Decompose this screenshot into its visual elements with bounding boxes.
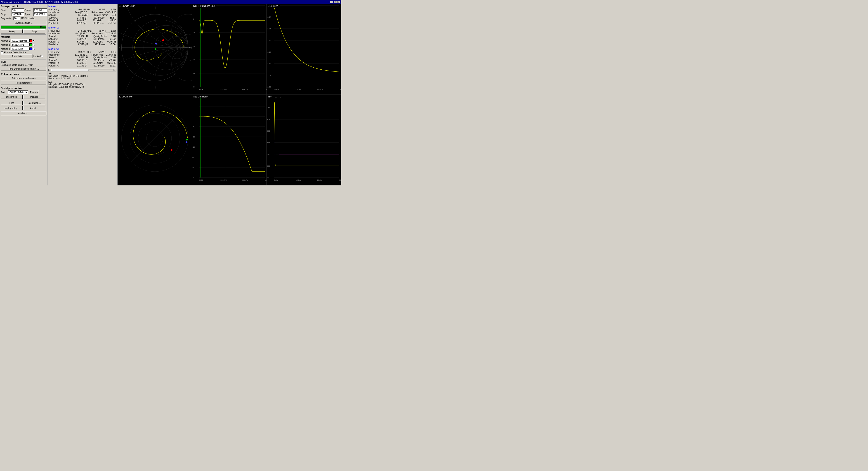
files-button[interactable]: Files — [1, 101, 23, 105]
serial-port-section: Serial port control Port COM3 (S-A-A-2) … — [1, 87, 46, 99]
scrollbar-area[interactable]: ◄ ► — [49, 69, 116, 71]
s21-gain-chart[interactable]: S21 Gain (dB) — [192, 95, 267, 185]
m1-sc-row: Series C: 14.841 pF S11 Phase: -35.57° — [49, 17, 116, 19]
s11-smith-chart[interactable]: S11 Smith Chart — [118, 4, 192, 95]
port-label: Port — [1, 91, 7, 94]
m3-freq-key: Frequency: — [49, 51, 73, 53]
rescan-button[interactable]: Rescan — [29, 90, 39, 94]
marker3-row: Marker 3 — [1, 47, 46, 51]
m2-s11p-val: -71.32° — [109, 38, 116, 40]
serial-port-title: Serial port control — [1, 87, 46, 90]
disconnect-button[interactable]: Disconnect — [1, 95, 23, 99]
polar-canvas — [118, 95, 192, 182]
m1-vswr-key: VSWR: — [98, 8, 106, 11]
s11-min-vswr: Min VSWR: -21155.498 @ 593.383MHz — [49, 75, 116, 77]
marker1-input[interactable] — [11, 39, 29, 42]
m1-imp-val: 74.4-j26.8 Ω — [75, 11, 88, 13]
m1-freq-key: Frequency: — [49, 8, 73, 11]
tdr-button[interactable]: Time Domain Reflectometry ... — [1, 67, 46, 71]
m3-sc-key: Series C: — [49, 59, 73, 61]
m3-px-key: Parallel X: — [49, 64, 73, 67]
m3-sc-row: Series C: 362.36 pF S11 Phase: -86.76° — [49, 59, 116, 61]
tdr-estimated: Estimated cable length: 0.049 m — [1, 64, 46, 66]
m2-imp-val: 49.7-j3.99 Ω — [75, 32, 88, 35]
delta-marker-row: Enable Delta Marker — [1, 51, 46, 54]
center-label: Center — [24, 9, 33, 11]
sweep-stop-row: Sweep Stop — [1, 29, 46, 33]
m1-qf-key: Quality factor: — [94, 14, 108, 16]
close-button[interactable]: × — [337, 1, 340, 3]
scrollbar-thumb[interactable] — [51, 69, 89, 71]
calibration-button[interactable]: Calibration ... — [23, 101, 45, 105]
maximize-button[interactable]: □ — [334, 1, 337, 3]
m2-vswr-val: 1.086 — [111, 30, 116, 32]
s11-vswr-chart[interactable]: S11 VSWR — [267, 4, 341, 95]
marker2-data-section: Marker 2 Frequency: 24.8135 MHz VSWR: 1.… — [49, 26, 116, 46]
m3-qf-key: Quality factor: — [93, 56, 107, 59]
m1-pr-key: Parallel R: — [49, 19, 73, 22]
m1-sl-key: Series L: — [49, 14, 73, 16]
stop-row: Stop Span — [1, 12, 46, 16]
m2-rl-val: -27.727 dB — [105, 32, 116, 35]
s11-return-loss-chart[interactable]: S11 Return Loss (dB) — [192, 4, 267, 95]
m3-rl-key: Return loss: — [92, 54, 103, 56]
m1-sc-val: 14.841 pF — [77, 17, 87, 19]
marker3-input[interactable] — [11, 47, 29, 51]
stop-button[interactable]: Stop — [23, 29, 45, 33]
reset-reference-button[interactable]: Reset reference — [1, 81, 46, 85]
left-panel: Sweep control Start Center Stop Span Seg… — [0, 4, 48, 185]
middle-panel: Marker 1 Frequency: 400.228 MHz VSWR: 1.… — [48, 4, 118, 185]
m3-vswr-val: 1.194 — [111, 51, 116, 53]
s21-max-gain: Max gain: 0.125 dB @ 3.02162MHz — [49, 86, 116, 88]
marker2-input[interactable] — [11, 43, 29, 47]
m1-s11p-key: S11 Phase: — [94, 17, 105, 19]
locked-row: Locked — [33, 54, 43, 58]
marker2-row: Marker 2 — [1, 43, 46, 47]
start-input[interactable] — [11, 8, 24, 12]
marker1-radio[interactable] — [33, 39, 35, 42]
sweep-button[interactable]: Sweep — [1, 29, 23, 33]
center-input[interactable] — [33, 8, 48, 12]
display-setup-button[interactable]: Display setup ... — [1, 106, 23, 110]
span-input[interactable] — [33, 12, 48, 16]
m2-sl-row: Series L: -25.592 nH Quality factor: 0.0… — [49, 35, 116, 37]
m1-px-row: Parallel X: 1.7057 pF S21 Phase: -123.54… — [49, 22, 116, 24]
markers-section: Markers Marker 1 Marker 2 Marker 3 — [1, 35, 46, 58]
stop-label: Stop — [1, 13, 11, 16]
m3-rl-val: -21.057 dB — [105, 54, 116, 56]
show-data-button[interactable]: Show data — [1, 54, 33, 58]
gain-canvas — [192, 95, 267, 182]
m3-qf-val: 0.178 — [111, 56, 116, 59]
m3-px-val: 11.132 pF — [77, 64, 87, 67]
s11-return-loss: Return loss: 0.001 dB — [49, 77, 116, 80]
segments-input[interactable] — [13, 17, 20, 20]
about-button[interactable]: About ... — [23, 106, 45, 110]
disconnect-manage-row: Disconnect Manage — [1, 95, 46, 99]
m3-sl-key: Series L: — [49, 56, 73, 59]
s21-polar-chart[interactable]: S21 Polar Plot — [118, 95, 192, 185]
analysis-button[interactable]: Analysis ... — [1, 111, 46, 115]
tdr-chart[interactable]: TDR — [267, 95, 341, 185]
marker3-radio[interactable] — [33, 48, 35, 50]
locked-radio[interactable] — [41, 55, 43, 57]
minimize-button[interactable]: _ — [330, 1, 333, 3]
m1-px-key: Parallel X: — [49, 22, 73, 24]
title-bar-buttons: _ □ × — [330, 1, 340, 3]
m2-imp-key: Impedance: — [49, 32, 73, 35]
show-data-row: Show data Locked — [1, 54, 46, 58]
scrollbar-track[interactable] — [51, 69, 114, 71]
stop-input[interactable] — [11, 12, 24, 16]
delta-marker-checkbox[interactable] — [1, 51, 3, 54]
progress-label: 100% — [40, 26, 46, 29]
marker3-label: Marker 3 — [1, 48, 10, 50]
m2-px-row: Parallel X: 9.7125 pF S21 Phase: -7.38° — [49, 43, 116, 46]
m3-s21g-key: S21 Gain: — [93, 62, 103, 64]
marker2-radio[interactable] — [33, 43, 35, 46]
set-current-reference-button[interactable]: Set current as reference — [1, 76, 46, 80]
port-select[interactable]: COM3 (S-A-A-2) — [8, 90, 28, 94]
sweep-settings-button[interactable]: Sweep settings ... — [1, 21, 46, 25]
m3-px-row: Parallel X: 11.132 pF S21 Phase: -13.91° — [49, 64, 116, 67]
manage-button[interactable]: Manage — [23, 95, 45, 99]
m1-pr-val: 84.012 Ω — [77, 19, 86, 22]
s21-polar-title: S21 Polar Plot — [118, 95, 134, 98]
